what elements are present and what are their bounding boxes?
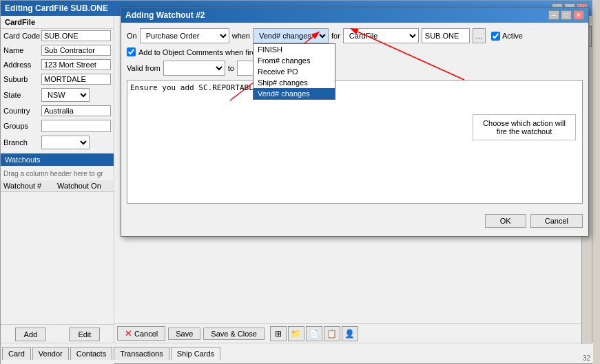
valid-from-label: Valid from xyxy=(127,64,161,72)
active-label: Active xyxy=(502,32,523,40)
card-code-row: Card Code SUB.ONE xyxy=(1,29,114,43)
active-checkbox-row: Active xyxy=(491,32,523,41)
modal-controls: ─ □ ✕ xyxy=(548,10,584,20)
modal-close-button[interactable]: ✕ xyxy=(573,10,584,20)
tab-transactions[interactable]: Transactions xyxy=(114,347,169,360)
tab-ship-cards[interactable]: Ship Cards xyxy=(171,347,220,361)
watchout-col1: Watchout # xyxy=(3,182,57,190)
save-close-action-button[interactable]: Save & Close xyxy=(203,328,265,340)
name-value: Sub Contractor xyxy=(41,45,111,56)
modal-row1: On Purchase Order when Vend# changes FIN… xyxy=(127,28,583,43)
document-icon-button[interactable]: 📄 xyxy=(306,326,322,341)
cardfile-heading: CardFile xyxy=(1,16,114,29)
modal-footer: OK Cancel xyxy=(127,211,583,231)
ok-button[interactable]: OK xyxy=(485,214,526,228)
dots-button[interactable]: ... xyxy=(473,28,486,43)
cancel-action-button[interactable]: ✕ Cancel xyxy=(117,326,165,341)
modal-maximize-button[interactable]: □ xyxy=(561,10,572,20)
country-value: Australia xyxy=(41,105,111,116)
cancel-action-label: Cancel xyxy=(134,330,158,338)
address-label: Address xyxy=(3,61,41,69)
when-select-container: Vend# changes FINISH From# changes Recei… xyxy=(253,28,329,43)
save-action-button[interactable]: Save xyxy=(168,328,200,340)
add-to-object-label: Add to Object Comments when fired xyxy=(138,48,260,56)
card-code-label: Card Code xyxy=(3,32,41,40)
name-label: Name xyxy=(3,46,41,54)
edit-button[interactable]: Edit xyxy=(69,328,100,341)
code-input[interactable] xyxy=(422,28,470,43)
active-checkbox[interactable] xyxy=(491,32,500,41)
tooltip-text: Choose which action will fire the watcho… xyxy=(483,119,566,136)
modal-cancel-button[interactable]: Cancel xyxy=(530,214,583,228)
state-row: State NSW xyxy=(1,87,114,103)
valid-from-select[interactable] xyxy=(163,61,225,76)
bg-window-title: Editing CardFile SUB.ONE xyxy=(5,3,108,13)
modal-row2: Add to Object Comments when fired xyxy=(127,47,583,56)
modal-dialog: Adding Watchout #2 ─ □ ✕ On Purchase Ord… xyxy=(121,7,589,237)
for-label: for xyxy=(331,32,340,40)
country-row: Country Australia xyxy=(1,104,114,118)
dropdown-item-ship-changes[interactable]: Ship# changes xyxy=(254,77,335,88)
add-to-object-checkbox[interactable] xyxy=(127,47,136,56)
user-icon-button[interactable]: 👤 xyxy=(342,326,358,341)
dropdown-item-from-changes[interactable]: From# changes xyxy=(254,55,335,66)
tab-vendor[interactable]: Vendor xyxy=(32,347,69,360)
watchouts-section-heading: Watchouts xyxy=(1,153,114,166)
folder-icon-button[interactable]: 📁 xyxy=(288,326,304,341)
when-select[interactable]: Vend# changes xyxy=(253,28,329,43)
suburb-value: MORTDALE xyxy=(41,74,111,85)
modal-minimize-button[interactable]: ─ xyxy=(548,10,559,20)
watchouts-table-header: Watchout # Watchout On xyxy=(1,180,114,192)
on-label: On xyxy=(127,32,137,40)
table-icon-button[interactable]: ⊞ xyxy=(270,326,287,341)
dropdown-item-finish[interactable]: FINISH xyxy=(254,44,335,55)
modal-body: On Purchase Order when Vend# changes FIN… xyxy=(121,23,588,236)
on-select[interactable]: Purchase Order xyxy=(140,28,229,43)
modal-row3: Valid from to 📅 xyxy=(127,61,583,76)
corner-number: 32 xyxy=(581,353,592,363)
card-code-value: SUB.ONE xyxy=(41,30,111,41)
country-label: Country xyxy=(3,107,41,115)
add-button[interactable]: Add xyxy=(15,328,47,341)
bottom-tabbar: Card Vendor Contacts Transactions Ship C… xyxy=(1,343,593,363)
cancel-icon: ✕ xyxy=(125,328,132,339)
name-row: Name Sub Contractor xyxy=(1,43,114,57)
valid-to-label: to xyxy=(228,64,234,72)
address-value: 123 Mort Street xyxy=(41,59,111,70)
dropdown-item-receive-po[interactable]: Receive PO xyxy=(254,66,335,77)
when-dropdown-popup[interactable]: FINISH From# changes Receive PO Ship# ch… xyxy=(253,43,335,100)
textarea-container: Ensure you add SC.REPORTABLE stock to th… xyxy=(127,80,583,211)
toolbar-icons: ⊞ 📁 📄 📋 👤 xyxy=(270,326,358,341)
suburb-label: Suburb xyxy=(3,75,41,83)
branch-select[interactable] xyxy=(41,136,90,149)
branch-label: Branch xyxy=(3,138,41,147)
modal-title: Adding Watchout #2 xyxy=(125,10,205,20)
action-buttons-row: ✕ Cancel Save Save & Close ⊞ 📁 📄 📋 👤 xyxy=(114,323,592,343)
state-label: State xyxy=(3,91,41,99)
when-label: when xyxy=(232,32,250,40)
groups-row: Groups xyxy=(1,118,114,133)
tab-card[interactable]: Card xyxy=(2,347,31,360)
state-select[interactable]: NSW xyxy=(41,88,90,102)
suburb-row: Suburb MORTDALE xyxy=(1,72,114,86)
modal-titlebar: Adding Watchout #2 ─ □ ✕ xyxy=(121,8,588,23)
watchouts-drag-hint: Drag a column header here to gr xyxy=(1,169,114,179)
dropdown-item-vend-changes[interactable]: Vend# changes xyxy=(254,88,335,99)
bg-left-panel: CardFile Card Code SUB.ONE Name Sub Cont… xyxy=(1,16,114,364)
groups-value xyxy=(41,120,111,132)
copy-icon-button[interactable]: 📋 xyxy=(324,326,340,341)
groups-label: Groups xyxy=(3,122,41,130)
watchout-textarea[interactable]: Ensure you add SC.REPORTABLE stock to th… xyxy=(127,80,583,204)
branch-row: Branch xyxy=(1,134,114,151)
watchout-col2: Watchout On xyxy=(57,182,111,190)
tooltip-box: Choose which action will fire the watcho… xyxy=(473,114,576,140)
tab-contacts[interactable]: Contacts xyxy=(70,347,112,360)
for-select[interactable]: CardFile xyxy=(343,28,419,43)
address-row: Address 123 Mort Street xyxy=(1,58,114,72)
bg-bottom-buttons: Add Edit xyxy=(1,324,114,344)
